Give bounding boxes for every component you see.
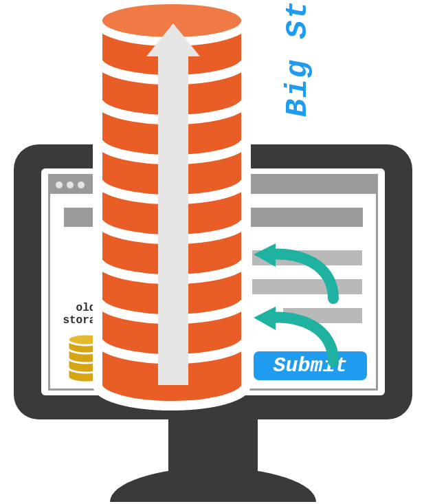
old-storage-label: old storage (55, 303, 117, 327)
big-storage-label-text: Big Storage (280, 0, 315, 117)
browser-titlebar (50, 176, 376, 194)
diagram-root: Submit old storage (0, 0, 435, 504)
monitor-stand (168, 416, 258, 471)
monitor-base (110, 468, 316, 502)
old-storage-label-line2: storage (63, 314, 109, 327)
svg-marker-17 (254, 243, 276, 267)
svg-point-8 (68, 334, 104, 345)
flow-arrow-icon (251, 243, 340, 305)
flow-arrow-icon (251, 307, 340, 369)
window-dot-icon (78, 182, 85, 188)
old-storage-cylinder-icon (66, 333, 106, 384)
big-storage-label: Big Storage (118, 0, 153, 199)
old-storage-label-line1: old (76, 302, 96, 314)
page-header-bar (64, 208, 363, 227)
window-dot-icon (67, 182, 74, 188)
up-arrow-shaft (158, 47, 188, 385)
svg-marker-18 (254, 307, 276, 330)
window-dot-icon (56, 182, 63, 188)
